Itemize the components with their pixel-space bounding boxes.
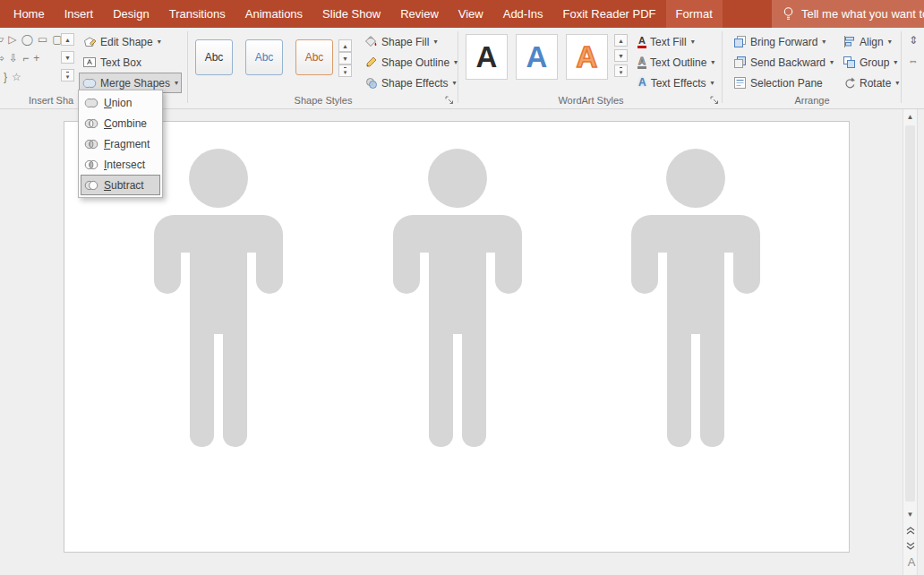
- scrollbar-thumb[interactable]: [905, 125, 915, 502]
- gallery-scroll-down-button[interactable]: ▼: [61, 51, 74, 64]
- group-divider: [187, 31, 188, 103]
- shape-gallery-item[interactable]: ⌐: [22, 52, 29, 64]
- tab-add-ins[interactable]: Add-Ins: [493, 0, 553, 28]
- next-slide-button[interactable]: [903, 538, 917, 554]
- shape-styles-dialog-launcher[interactable]: [444, 95, 454, 105]
- subtract-icon: [84, 179, 98, 192]
- shape-gallery-item[interactable]: ⇨: [0, 52, 4, 64]
- group-objects-icon: [842, 56, 856, 70]
- chevron-down-icon: ▾: [433, 38, 437, 46]
- selection-pane-button[interactable]: Selection Pane: [729, 73, 826, 93]
- shape-style-preset-1[interactable]: Abc: [195, 39, 233, 75]
- vertical-scrollbar[interactable]: ▲ ▼: [903, 109, 918, 575]
- group-button[interactable]: Group ▾: [838, 52, 901, 73]
- person-silhouette-3[interactable]: [631, 149, 760, 449]
- shape-gallery-item[interactable]: ▭: [38, 33, 47, 46]
- align-icon: [842, 35, 856, 49]
- slide-canvas[interactable]: [64, 121, 850, 553]
- tell-me-box[interactable]: Tell me what you want to do: [772, 0, 924, 28]
- previous-slide-button[interactable]: [903, 523, 917, 538]
- menu-item-combine[interactable]: Combine: [81, 113, 160, 133]
- style-gallery-scroll-up-button[interactable]: ▲: [338, 39, 352, 52]
- wordart-preset-1[interactable]: A: [466, 34, 508, 80]
- chevron-down-icon: ▾: [175, 79, 178, 87]
- size-width-icon[interactable]: ⇔: [906, 54, 920, 68]
- shape-gallery-item[interactable]: ⇩: [9, 52, 18, 64]
- wordart-preset-3[interactable]: A: [566, 34, 608, 80]
- menu-item-union[interactable]: Union: [81, 92, 160, 113]
- rotate-label: Rotate: [860, 77, 891, 90]
- powerpoint-window: Home Insert Design Transitions Animation…: [0, 0, 924, 575]
- person-silhouette-2[interactable]: [393, 149, 522, 449]
- chevron-down-icon: ▾: [453, 79, 457, 87]
- tab-transitions[interactable]: Transitions: [159, 0, 235, 28]
- wordart-styles-group: A A A ▲ ▼ ▾ A Text Fill ▾ A Text Outline…: [460, 28, 722, 108]
- shape-style-preset-2[interactable]: Abc: [245, 39, 283, 75]
- send-backward-label: Send Backward: [750, 56, 826, 69]
- send-backward-button[interactable]: Send Backward ▾: [729, 52, 837, 73]
- person-right-leg: [462, 334, 486, 447]
- tab-design[interactable]: Design: [103, 0, 158, 28]
- shape-effects-button[interactable]: Shape Effects ▾: [360, 73, 460, 93]
- fragment-icon: [84, 138, 98, 150]
- wordart-gallery-scroll-up-button[interactable]: ▲: [614, 34, 628, 47]
- size-height-icon[interactable]: ⇕: [906, 33, 920, 47]
- shape-gallery-item[interactable]: ◯: [21, 33, 32, 46]
- group-label-shape-styles: Shape Styles: [190, 95, 457, 106]
- align-button[interactable]: Align ▾: [838, 31, 895, 52]
- wordart-gallery-scroll-down-button[interactable]: ▼: [614, 49, 628, 62]
- scroll-up-button[interactable]: ▲: [903, 109, 917, 124]
- bring-forward-button[interactable]: Bring Forward ▾: [729, 31, 829, 52]
- shape-gallery-item[interactable]: +: [33, 52, 39, 64]
- menu-item-fragment[interactable]: Fragment: [81, 133, 160, 154]
- shape-fill-button[interactable]: Shape Fill ▾: [360, 31, 441, 52]
- gallery-more-button[interactable]: ▾: [61, 69, 74, 82]
- shape-outline-button[interactable]: Shape Outline ▾: [360, 52, 461, 73]
- tab-review[interactable]: Review: [390, 0, 449, 28]
- shape-gallery-item[interactable]: }: [4, 71, 7, 83]
- shape-gallery-item[interactable]: ▷: [8, 33, 16, 46]
- edit-shape-label: Edit Shape: [100, 36, 153, 48]
- shape-style-preset-3[interactable]: Abc: [295, 39, 333, 75]
- tell-me-label: Tell me what you want to do: [801, 7, 924, 21]
- person-torso: [429, 238, 486, 334]
- style-gallery-more-button[interactable]: ▾: [338, 64, 352, 77]
- chevron-down-icon: ▾: [822, 38, 826, 46]
- double-chevron-up-icon: [906, 527, 915, 535]
- shape-fill-label: Shape Fill: [381, 36, 429, 48]
- double-chevron-down-icon: [906, 542, 915, 550]
- text-fill-button[interactable]: A Text Fill ▾: [634, 31, 698, 52]
- tab-insert[interactable]: Insert: [55, 0, 104, 28]
- menu-item-intersect[interactable]: Intersect: [81, 154, 160, 175]
- menu-item-subtract[interactable]: Subtract: [81, 175, 160, 195]
- text-box-button[interactable]: Text Box: [79, 52, 145, 73]
- style-gallery-scroll-down-button[interactable]: ▼: [338, 52, 352, 64]
- gallery-scroll-up-button[interactable]: ▲: [61, 33, 74, 46]
- text-effects-button[interactable]: A Text Effects ▾: [634, 73, 718, 93]
- person-silhouette-1[interactable]: [154, 149, 283, 449]
- tab-format[interactable]: Format: [666, 0, 723, 28]
- shape-gallery-item[interactable]: ▱: [0, 33, 4, 46]
- merge-shapes-menu: Union Combine Fragment Intersect Subtrac…: [78, 90, 163, 198]
- selection-pane-label: Selection Pane: [750, 77, 823, 90]
- chevron-down-icon: ▾: [830, 58, 834, 66]
- edit-shape-button[interactable]: Edit Shape ▾: [79, 31, 165, 52]
- tab-view[interactable]: View: [449, 0, 493, 28]
- lightbulb-icon: [781, 7, 795, 21]
- tab-foxit-reader-pdf[interactable]: Foxit Reader PDF: [553, 0, 666, 28]
- tab-animations[interactable]: Animations: [235, 0, 312, 28]
- wordart-preset-2[interactable]: A: [516, 34, 558, 80]
- tab-home[interactable]: Home: [4, 0, 55, 28]
- text-outline-button[interactable]: A Text Outline ▾: [634, 52, 718, 73]
- selection-pane-icon: [732, 76, 747, 90]
- scroll-down-icon: ▼: [618, 53, 624, 59]
- chevron-down-icon: ▾: [895, 79, 899, 87]
- rotate-button[interactable]: Rotate ▾: [838, 73, 903, 93]
- wordart-gallery-more-button[interactable]: ▾: [614, 64, 628, 77]
- shape-gallery-item[interactable]: ☆: [12, 71, 21, 83]
- shape-gallery-row: ▱ ▷ ◯ ▭ ▢: [0, 33, 63, 46]
- tab-slide-show[interactable]: Slide Show: [312, 0, 390, 28]
- wordart-styles-dialog-launcher[interactable]: [709, 95, 719, 105]
- scroll-down-button[interactable]: ▼: [903, 507, 917, 522]
- merge-shapes-label: Merge Shapes: [100, 77, 170, 90]
